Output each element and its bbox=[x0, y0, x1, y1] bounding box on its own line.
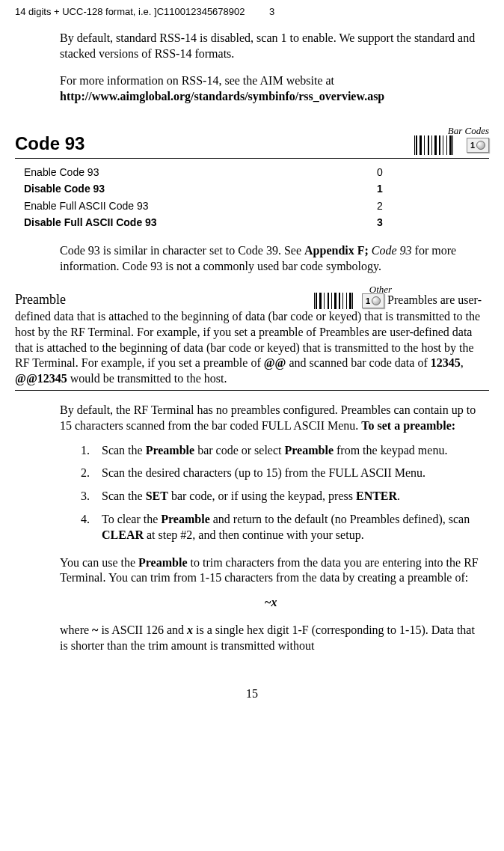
code93-title: Code 93 bbox=[15, 132, 84, 155]
code93-icons: Bar Codes 1 bbox=[414, 135, 489, 155]
preamble-where: where ~ is ASCII 126 and x is a single h… bbox=[60, 623, 482, 654]
page-number: 15 bbox=[15, 686, 489, 702]
preamble-formula: ~x bbox=[60, 595, 482, 611]
list-item: Scan the desired characters (up to 15) f… bbox=[93, 466, 482, 481]
top-format-prefix: 14 digits + UCC-128 format, i.e. ]C11001… bbox=[15, 6, 245, 17]
top-format-line: 14 digits + UCC-128 format, i.e. ]C11001… bbox=[15, 6, 489, 19]
preamble-steps: Scan the Preamble bar code or select Pre… bbox=[60, 443, 482, 543]
rss-paragraph-2: For more information on RSS-14, see the … bbox=[60, 73, 482, 105]
keypad-icon: 1 bbox=[467, 138, 489, 153]
divider bbox=[15, 158, 489, 159]
table-row: Disable Full ASCII Code 933 bbox=[24, 215, 383, 230]
top-format-suffix: 3 bbox=[269, 6, 274, 17]
code93-options-table: Enable Code 930 Disable Code 931 Enable … bbox=[22, 163, 384, 231]
rss-paragraph-1: By default, standard RSS-14 is disabled,… bbox=[60, 31, 482, 62]
badge-dot-icon bbox=[372, 296, 381, 305]
barcode-icon bbox=[314, 293, 353, 309]
preamble-title: Preamble bbox=[15, 292, 66, 307]
preamble-trim: You can use the Preamble to trim charact… bbox=[60, 555, 482, 587]
preamble-icons: Other 1 bbox=[314, 293, 384, 309]
list-item: Scan the SET bar code, or if using the k… bbox=[93, 489, 482, 504]
table-row: Enable Full ASCII Code 932 bbox=[24, 198, 383, 213]
badge-dot-icon bbox=[476, 141, 485, 150]
preamble-config: By default, the RF Terminal has no pream… bbox=[60, 403, 482, 434]
preamble-tag: Other bbox=[369, 284, 392, 296]
table-row: Enable Code 930 bbox=[24, 165, 383, 180]
table-row: Disable Code 931 bbox=[24, 181, 383, 196]
rss-url: http://www.aimglobal.org/standards/symbi… bbox=[60, 90, 384, 103]
preamble-section: Preamble Other 1 Preambles are user-defi… bbox=[15, 291, 489, 387]
code93-header: Code 93 Bar Codes 1 bbox=[15, 132, 489, 155]
code93-description: Code 93 is similar in character set to C… bbox=[60, 243, 482, 275]
list-item: To clear the Preamble and return to the … bbox=[93, 512, 482, 543]
code93-tag: Bar Codes bbox=[448, 125, 489, 138]
preamble-intro: Preamble Other 1 Preambles are user-defi… bbox=[15, 291, 489, 387]
divider bbox=[15, 390, 489, 391]
list-item: Scan the Preamble bar code or select Pre… bbox=[93, 443, 482, 459]
barcode-icon bbox=[414, 135, 453, 155]
